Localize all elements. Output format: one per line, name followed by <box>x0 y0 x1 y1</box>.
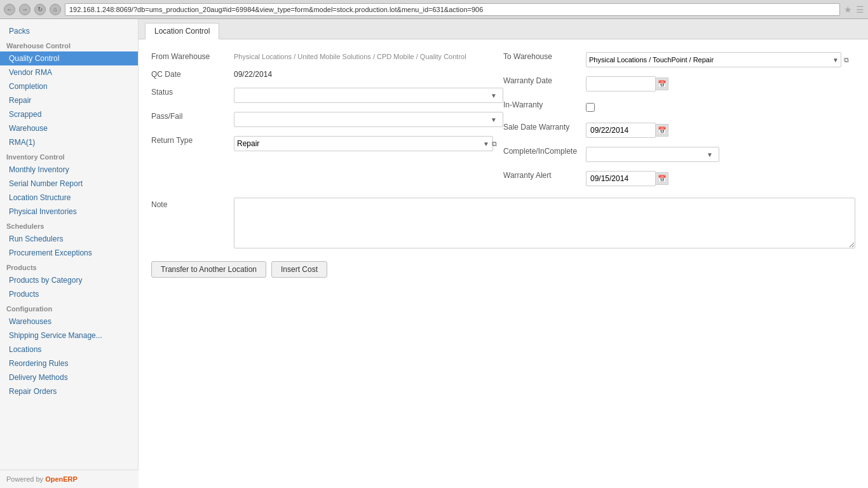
form-area: From Warehouse Physical Locations / Unit… <box>139 39 868 288</box>
sidebar-item-monthly-inventory[interactable]: Monthly Inventory <box>0 163 138 177</box>
form-grid: From Warehouse Physical Locations / Unit… <box>151 50 855 193</box>
qc-date-row: QC Date 09/22/2014 <box>151 67 497 79</box>
return-type-select[interactable]: Repair <box>234 136 493 151</box>
sidebar-item-quality-control[interactable]: Quality Control <box>0 51 138 65</box>
status-select[interactable] <box>234 88 503 103</box>
sidebar-item-location-structure[interactable]: Location Structure <box>0 191 138 205</box>
passfail-label: Pass/Fail <box>151 109 234 121</box>
reload-button[interactable]: ↻ <box>34 4 46 15</box>
form-right-section: To Warehouse Physical Locations / TouchP… <box>503 50 855 193</box>
back-button[interactable]: ← <box>4 4 15 15</box>
tab-bar: Location Control <box>139 19 868 39</box>
insert-cost-button[interactable]: Insert Cost <box>271 261 327 278</box>
sidebar-item-run-schedulers[interactable]: Run Schedulers <box>0 232 138 246</box>
bookmark-icon[interactable]: ★ <box>844 4 852 15</box>
note-section: Note <box>151 198 855 248</box>
sidebar-item-repair-orders[interactable]: Repair Orders <box>0 384 138 398</box>
in-warranty-label: In-Warranty <box>503 98 586 109</box>
sidebar-item-locations[interactable]: Locations <box>0 342 138 356</box>
form-left-section: From Warehouse Physical Locations / Unit… <box>151 50 503 193</box>
in-warranty-row: In-Warranty <box>503 98 849 114</box>
warranty-date-input[interactable] <box>586 76 656 92</box>
sidebar-section-configuration: Configuration <box>0 301 138 315</box>
complete-incomplete-select[interactable] <box>586 147 719 162</box>
tab-location-control[interactable]: Location Control <box>145 23 219 39</box>
note-textarea[interactable] <box>234 198 855 248</box>
sale-date-warranty-field-wrap: 📅 <box>586 120 849 138</box>
sidebar-item-serial-number-report[interactable]: Serial Number Report <box>0 177 138 191</box>
warranty-date-picker-icon[interactable]: 📅 <box>656 78 668 90</box>
sale-date-warranty-picker-icon[interactable]: 📅 <box>656 124 668 137</box>
url-bar[interactable] <box>65 3 840 16</box>
warranty-date-field-wrap: 📅 <box>586 74 849 92</box>
warranty-alert-picker-icon[interactable]: 📅 <box>656 172 668 185</box>
passfail-field-wrap: ▼ <box>234 109 497 127</box>
action-buttons: Transfer to Another Location Insert Cost <box>151 261 855 278</box>
sidebar-item-warehouse[interactable]: Warehouse <box>0 121 138 135</box>
warranty-alert-label: Warranty Alert <box>503 168 586 180</box>
complete-incomplete-label: Complete/InComplete <box>503 144 586 156</box>
in-warranty-checkbox[interactable] <box>586 103 595 112</box>
transfer-button[interactable]: Transfer to Another Location <box>151 261 266 278</box>
note-label: Note <box>151 198 234 209</box>
sidebar-item-shipping-service[interactable]: Shipping Service Manage... <box>0 329 138 342</box>
sidebar-footer: Powered by OpenERP <box>0 470 139 488</box>
sidebar-item-delivery-methods[interactable]: Delivery Methods <box>0 370 138 384</box>
qc-date-value: 09/22/2014 <box>234 67 497 79</box>
sidebar-item-scrapped[interactable]: Scrapped <box>0 107 138 121</box>
to-warehouse-select[interactable]: Physical Locations / TouchPoint / Repair <box>586 52 841 67</box>
status-field-wrap: ▼ <box>234 85 497 103</box>
sidebar-section-inventory-control: Inventory Control <box>0 149 138 163</box>
main-content: Location Control From Warehouse Physical… <box>139 19 868 488</box>
sale-date-warranty-row: Sale Date Warranty 📅 <box>503 120 849 138</box>
complete-incomplete-row: Complete/InComplete ▼ <box>503 144 849 162</box>
to-warehouse-field-wrap: Physical Locations / TouchPoint / Repair… <box>586 50 849 67</box>
qc-date-label: QC Date <box>151 67 234 79</box>
sidebar-section-products: Products <box>0 260 138 273</box>
from-warehouse-value: Physical Locations / United Mobile Solut… <box>234 50 497 61</box>
in-warranty-field-wrap <box>586 98 849 114</box>
menu-icon[interactable]: ☰ <box>856 4 864 15</box>
sidebar: Packs Warehouse Control Quality Control … <box>0 19 139 488</box>
sidebar-item-packs[interactable]: Packs <box>0 24 138 38</box>
return-type-field-wrap: Repair ▼ ⧉ <box>234 133 497 151</box>
from-warehouse-label: From Warehouse <box>151 50 234 61</box>
sidebar-section-warehouse-control: Warehouse Control <box>0 38 138 51</box>
openerp-brand: OpenERP <box>45 475 78 483</box>
status-row: Status ▼ <box>151 85 497 103</box>
complete-incomplete-field-wrap: ▼ <box>586 144 849 162</box>
sidebar-item-products-by-category[interactable]: Products by Category <box>0 273 138 287</box>
browser-chrome: ← → ↻ ⌂ ★ ☰ <box>0 0 868 19</box>
sidebar-item-reordering-rules[interactable]: Reordering Rules <box>0 356 138 370</box>
sidebar-item-completion[interactable]: Completion <box>0 79 138 93</box>
to-warehouse-row: To Warehouse Physical Locations / TouchP… <box>503 50 849 67</box>
return-type-label: Return Type <box>151 133 234 145</box>
from-warehouse-row: From Warehouse Physical Locations / Unit… <box>151 50 497 61</box>
sale-date-warranty-input[interactable] <box>586 123 656 138</box>
to-warehouse-label: To Warehouse <box>503 50 586 61</box>
sidebar-item-physical-inventories[interactable]: Physical Inventories <box>0 205 138 219</box>
forward-button[interactable]: → <box>19 4 31 15</box>
sidebar-item-rma[interactable]: RMA(1) <box>0 135 138 149</box>
warranty-date-label: Warranty Date <box>503 74 586 85</box>
app-layout: Packs Warehouse Control Quality Control … <box>0 19 868 488</box>
return-type-ext-icon[interactable]: ⧉ <box>492 140 497 148</box>
home-button[interactable]: ⌂ <box>50 4 61 15</box>
warranty-alert-input[interactable] <box>586 171 656 186</box>
footer-text: Powered by <box>6 475 45 483</box>
sidebar-item-warehouses[interactable]: Warehouses <box>0 315 138 329</box>
return-type-row: Return Type Repair ▼ ⧉ <box>151 133 497 151</box>
sidebar-item-products[interactable]: Products <box>0 287 138 301</box>
passfail-select[interactable] <box>234 112 503 127</box>
sidebar-item-vendor-rma[interactable]: Vendor RMA <box>0 65 138 79</box>
warranty-date-row: Warranty Date 📅 <box>503 74 849 92</box>
sidebar-section-schedulers: Schedulers <box>0 219 138 232</box>
warranty-alert-row: Warranty Alert 📅 <box>503 168 849 186</box>
warranty-alert-field-wrap: 📅 <box>586 168 849 186</box>
status-label: Status <box>151 85 234 97</box>
to-warehouse-ext-icon[interactable]: ⧉ <box>844 56 849 64</box>
sidebar-item-repair[interactable]: Repair <box>0 93 138 107</box>
sale-date-warranty-label: Sale Date Warranty <box>503 120 586 132</box>
sidebar-item-procurement-exceptions[interactable]: Procurement Exceptions <box>0 246 138 260</box>
passfail-row: Pass/Fail ▼ <box>151 109 497 127</box>
